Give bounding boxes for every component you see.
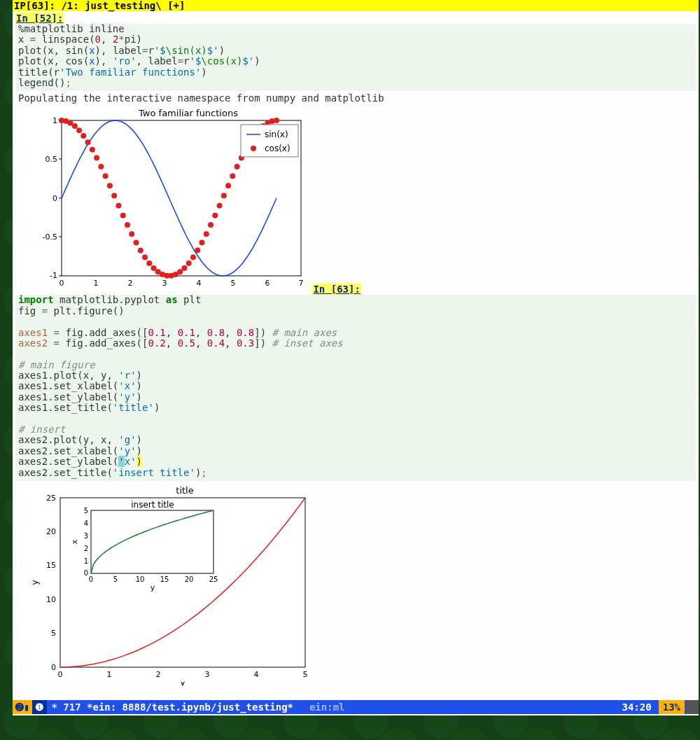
svg-point-59 — [234, 164, 240, 169]
svg-text:0: 0 — [84, 569, 88, 577]
svg-text:10: 10 — [136, 575, 145, 583]
svg-point-30 — [107, 183, 113, 189]
stdout-52: Populating the interactive namespace fro… — [15, 92, 696, 104]
svg-point-29 — [103, 174, 108, 179]
svg-point-68 — [274, 118, 279, 123]
status-indicator-1: ➋▮ — [13, 700, 32, 714]
status-mode: ein:ml — [298, 701, 344, 713]
svg-point-33 — [120, 213, 126, 218]
svg-text:20: 20 — [185, 575, 194, 583]
svg-point-49 — [190, 255, 196, 260]
svg-point-55 — [217, 203, 223, 209]
code-cell-52[interactable]: %matplotlib inline x = linspace(0, 2*pi)… — [15, 24, 696, 91]
svg-text:y: y — [150, 583, 155, 592]
svg-point-28 — [98, 164, 104, 169]
svg-text:0: 0 — [89, 575, 93, 583]
statusbar: ➋▮ ❶ * 717 *ein: 8888/test.ipynb/just_te… — [13, 700, 699, 714]
status-buffer-name: *ein: 8888/test.ipynb/just_testing* — [87, 701, 293, 713]
svg-point-31 — [111, 193, 117, 199]
svg-point-27 — [94, 155, 99, 161]
svg-point-40 — [151, 265, 157, 271]
svg-text:5: 5 — [84, 507, 88, 515]
svg-point-22 — [72, 123, 78, 129]
svg-point-58 — [230, 174, 235, 179]
notebook-area[interactable]: In [52]: %matplotlib inline x = linspace… — [13, 11, 699, 715]
status-cursor-pos: 34:20 — [618, 701, 656, 713]
svg-text:0: 0 — [59, 279, 64, 288]
svg-point-51 — [199, 240, 204, 246]
svg-text:5: 5 — [231, 279, 236, 288]
svg-text:10: 10 — [46, 595, 56, 604]
svg-text:3: 3 — [205, 670, 210, 679]
code-cell-63[interactable]: import matplotlib.pyplot as plt fig = pl… — [15, 295, 696, 481]
plot1-title: Two familiar functions — [138, 108, 238, 118]
svg-point-52 — [204, 232, 209, 237]
svg-text:15: 15 — [160, 575, 169, 583]
svg-text:2: 2 — [128, 279, 133, 288]
svg-text:15: 15 — [46, 561, 56, 570]
plot-title-inset: title 25 20 15 10 5 0 0 1 2 3 4 — [24, 485, 311, 685]
svg-text:1: 1 — [52, 116, 57, 125]
svg-text:7: 7 — [299, 279, 304, 288]
plot2-title: title — [176, 485, 193, 496]
svg-point-39 — [146, 260, 152, 266]
svg-text:5: 5 — [51, 629, 56, 638]
svg-point-53 — [208, 223, 214, 228]
editor-frame: IP[63]: /1: just_testing\ [+] In [52]: %… — [13, 0, 699, 715]
svg-text:x: x — [70, 539, 79, 544]
svg-text:-1: -1 — [50, 271, 57, 280]
svg-point-54 — [212, 213, 218, 218]
svg-text:20: 20 — [46, 527, 56, 536]
svg-text:3: 3 — [84, 532, 88, 540]
svg-text:y: y — [30, 580, 40, 585]
svg-point-35 — [129, 232, 134, 237]
svg-point-38 — [142, 255, 148, 260]
titlebar-path: /1: just_testing\ — [61, 0, 167, 11]
svg-text:-0.5: -0.5 — [43, 232, 57, 242]
titlebar-suffix: [+] — [167, 0, 185, 11]
svg-text:4: 4 — [197, 279, 202, 288]
svg-text:25: 25 — [46, 494, 56, 503]
svg-rect-90 — [91, 510, 214, 573]
svg-point-36 — [134, 240, 139, 246]
status-tail — [686, 700, 699, 714]
svg-text:5: 5 — [113, 575, 118, 583]
svg-text:cos(x): cos(x) — [265, 144, 290, 153]
svg-point-24 — [80, 133, 86, 139]
status-line-no: 717 — [63, 701, 80, 713]
svg-point-32 — [115, 203, 121, 209]
plot-two-familiar-functions: Two familiar functions 1 0.5 0 -0.5 -1 — [24, 106, 304, 288]
svg-text:5: 5 — [303, 670, 308, 679]
svg-text:1: 1 — [94, 279, 99, 288]
svg-text:25: 25 — [209, 575, 218, 583]
svg-point-23 — [76, 128, 82, 134]
svg-text:2: 2 — [84, 545, 88, 552]
svg-point-25 — [85, 140, 91, 146]
svg-point-37 — [138, 248, 144, 253]
svg-text:1: 1 — [84, 557, 88, 565]
svg-text:0: 0 — [51, 663, 56, 672]
svg-point-48 — [186, 260, 192, 266]
svg-point-57 — [225, 183, 231, 189]
svg-text:0: 0 — [58, 670, 63, 679]
svg-text:insert title: insert title — [131, 500, 174, 510]
svg-text:4: 4 — [254, 670, 259, 679]
status-indicator-2: ❶ — [32, 700, 47, 714]
status-star: * — [51, 701, 57, 713]
svg-point-46 — [177, 270, 183, 275]
plot1-legend: sin(x) cos(x) — [241, 125, 298, 157]
window-titlebar: IP[63]: /1: just_testing\ [+] — [13, 0, 699, 11]
svg-point-34 — [125, 223, 130, 228]
svg-point-50 — [195, 248, 200, 253]
svg-point-47 — [181, 265, 187, 271]
svg-point-56 — [221, 193, 227, 199]
svg-text:6: 6 — [265, 279, 270, 288]
svg-point-26 — [90, 147, 95, 153]
svg-text:1: 1 — [107, 670, 112, 679]
svg-text:4: 4 — [84, 519, 88, 527]
svg-text:0.5: 0.5 — [46, 155, 58, 164]
svg-text:x: x — [180, 679, 185, 685]
svg-text:2: 2 — [156, 670, 161, 679]
svg-point-72 — [251, 146, 256, 151]
svg-text:sin(x): sin(x) — [265, 130, 288, 139]
